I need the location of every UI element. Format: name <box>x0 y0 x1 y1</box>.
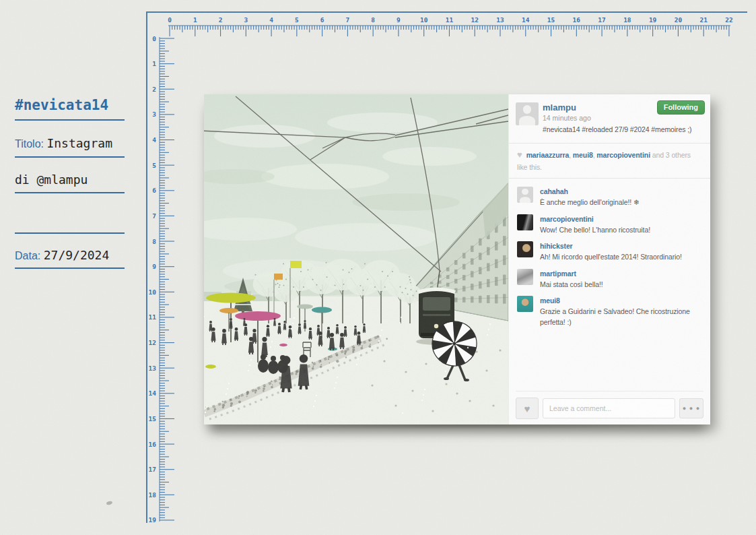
svg-text:16: 16 <box>149 441 157 448</box>
svg-text:11: 11 <box>446 16 454 24</box>
underline <box>15 268 125 269</box>
comment-username[interactable]: hihickster <box>540 241 682 252</box>
svg-text:18: 18 <box>149 491 157 499</box>
likes-text: mariaazzurra, meui8, marcopioventini and… <box>517 151 691 171</box>
svg-text:13: 13 <box>496 16 504 24</box>
svg-text:19: 19 <box>649 16 657 24</box>
liked-by-user[interactable]: meui8 <box>573 151 593 159</box>
svg-text:7: 7 <box>152 212 156 220</box>
comment: meui8Grazie a Guidarini e Salvadeo! Che … <box>517 296 702 327</box>
comment-username[interactable]: cahahah <box>540 187 640 197</box>
svg-text:5: 5 <box>295 16 299 24</box>
svg-text:10: 10 <box>149 288 157 296</box>
svg-text:1: 1 <box>152 60 156 67</box>
date-label: Data: <box>15 250 40 261</box>
comment-text: È anche meglio dell'originale!! ❄ <box>540 198 640 206</box>
svg-text:12: 12 <box>471 16 479 24</box>
comment-text: Mai stata così bella!! <box>540 280 603 288</box>
svg-text:0: 0 <box>152 35 156 42</box>
commenter-avatar[interactable] <box>517 214 533 230</box>
caption: #nevicata14 #reloaded 27/9 #2024 #memoir… <box>543 125 703 133</box>
commenter-avatar[interactable] <box>517 296 533 312</box>
svg-text:4: 4 <box>152 136 156 144</box>
svg-text:14: 14 <box>522 16 530 24</box>
comment-input[interactable] <box>543 398 675 418</box>
date-value: 27/9/2024 <box>44 248 110 262</box>
title-label: Titolo: <box>15 138 44 150</box>
svg-text:1: 1 <box>193 16 197 24</box>
heart-icon: ♥ <box>524 404 530 414</box>
commenter-avatar[interactable] <box>517 269 533 285</box>
commenter-avatar[interactable] <box>517 241 533 257</box>
instagram-post-card: mlampu 14 minutes ago #nevicata14 #reloa… <box>204 94 710 424</box>
post-photo <box>204 94 508 424</box>
snow-scene-illustration <box>204 94 508 424</box>
svg-text:17: 17 <box>598 16 605 24</box>
svg-text:11: 11 <box>149 313 157 321</box>
svg-text:5: 5 <box>152 162 156 169</box>
svg-text:18: 18 <box>623 16 631 24</box>
svg-text:7: 7 <box>346 16 350 24</box>
underline <box>15 156 125 158</box>
svg-text:9: 9 <box>152 263 156 270</box>
svg-text:10: 10 <box>420 16 428 24</box>
svg-text:8: 8 <box>371 16 375 24</box>
svg-text:22: 22 <box>725 16 732 24</box>
comment-username[interactable]: martipmart <box>540 269 603 280</box>
svg-text:19: 19 <box>149 516 157 524</box>
liked-by-user[interactable]: mariaazzurra <box>526 151 570 159</box>
timestamp: 14 minutes ago <box>543 114 703 122</box>
comment-username[interactable]: marcopioventini <box>540 214 650 225</box>
ruler-vertical: 012345678910111213141516171819 <box>144 27 184 531</box>
svg-text:15: 15 <box>149 415 157 422</box>
svg-text:20: 20 <box>675 16 683 24</box>
comment: cahahahÈ anche meglio dell'originale!! ❄ <box>517 187 702 208</box>
instagram-panel: mlampu 14 minutes ago #nevicata14 #reloa… <box>508 94 710 424</box>
border-line-top <box>147 11 747 13</box>
byline: di @mlampu <box>15 172 88 187</box>
liked-by-user[interactable]: marcopioventini <box>596 151 650 159</box>
svg-text:8: 8 <box>152 238 156 245</box>
comment-username[interactable]: meui8 <box>540 296 702 307</box>
mood-board: 012345678910111213141516171819202122 012… <box>0 0 756 535</box>
comment: martipmartMai stata così bella!! <box>517 269 702 290</box>
svg-text:14: 14 <box>149 389 157 397</box>
svg-text:15: 15 <box>547 16 555 24</box>
more-options-button[interactable]: ● ● ● <box>679 398 703 418</box>
comment-text: Grazie a Guidarini e Salvadeo! Che ricos… <box>540 307 690 326</box>
comments-list: cahahahÈ anche meglio dell'originale!! ❄… <box>509 179 710 327</box>
svg-text:12: 12 <box>149 339 156 346</box>
post-header: mlampu 14 minutes ago #nevicata14 #reloa… <box>509 94 710 143</box>
svg-text:9: 9 <box>397 16 401 24</box>
following-button[interactable]: Following <box>657 100 705 115</box>
title-value: Instagram <box>46 136 112 150</box>
svg-text:0: 0 <box>168 16 172 24</box>
byline-row: di @mlampu <box>15 172 88 187</box>
svg-text:16: 16 <box>573 16 581 24</box>
comment-text: Ah! Mi ricordo quell'estate 2014! Straor… <box>540 253 682 261</box>
svg-text:13: 13 <box>149 365 157 372</box>
underline <box>15 192 125 193</box>
comment: hihicksterAh! Mi ricordo quell'estate 20… <box>517 241 702 263</box>
user-avatar[interactable] <box>516 102 539 125</box>
svg-text:3: 3 <box>244 16 248 24</box>
comment: marcopioventiniWow! Che bello! L'hanno r… <box>517 214 702 236</box>
title-row: Titolo: Instagram <box>15 136 112 150</box>
commenter-avatar[interactable] <box>517 187 533 203</box>
ruler-horizontal: 012345678910111213141516171819202122 <box>144 14 747 38</box>
svg-text:2: 2 <box>219 16 223 24</box>
underline <box>15 119 125 121</box>
svg-text:2: 2 <box>152 86 156 93</box>
like-button[interactable]: ♥ <box>516 398 539 419</box>
svg-text:6: 6 <box>320 16 324 24</box>
svg-text:6: 6 <box>152 187 156 194</box>
svg-text:17: 17 <box>149 466 156 473</box>
svg-text:4: 4 <box>269 16 273 24</box>
svg-text:3: 3 <box>152 111 156 118</box>
likes-row: ♥mariaazzurra, meui8, marcopioventini an… <box>509 144 710 178</box>
hashtag-title: #nevicata14 <box>15 97 108 113</box>
underline-blank <box>15 232 125 234</box>
comment-text: Wow! Che bello! L'hanno ricostruita! <box>540 226 650 234</box>
comment-bar: ♥ ● ● ● <box>516 391 703 419</box>
date-row: Data: 27/9/2024 <box>15 248 109 262</box>
